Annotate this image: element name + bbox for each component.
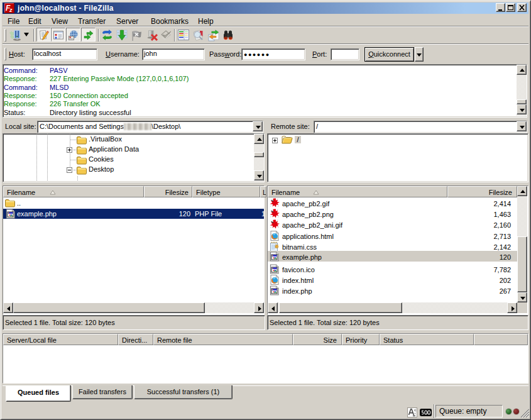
svg-text:z: z bbox=[9, 7, 13, 13]
